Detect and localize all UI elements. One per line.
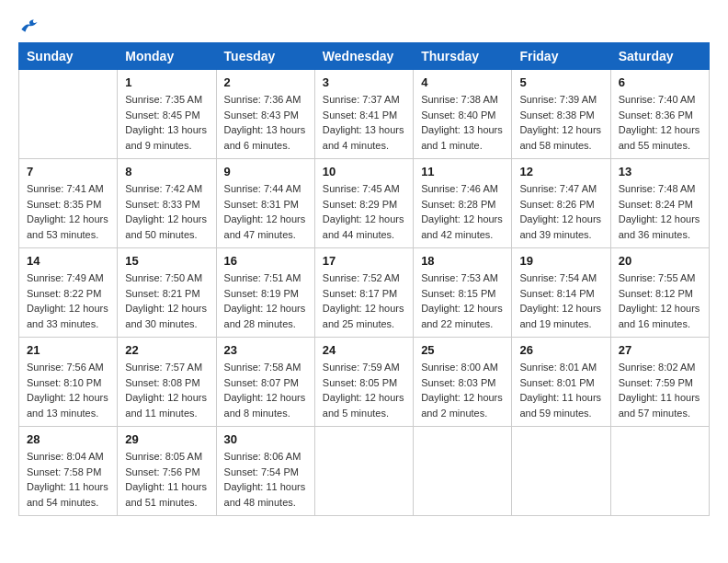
logo-bird-icon (20, 18, 39, 33)
day-cell: 12Sunrise: 7:47 AM Sunset: 8:26 PM Dayli… (512, 159, 610, 248)
day-cell (414, 427, 512, 516)
day-number: 24 (323, 343, 405, 357)
day-number: 23 (224, 343, 307, 357)
header-cell-saturday: Saturday (610, 43, 709, 70)
day-info: Sunrise: 7:45 AM Sunset: 8:29 PM Dayligh… (323, 181, 405, 242)
day-cell: 17Sunrise: 7:52 AM Sunset: 8:17 PM Dayli… (314, 248, 413, 338)
day-cell: 16Sunrise: 7:51 AM Sunset: 8:19 PM Dayli… (216, 248, 314, 338)
calendar-table: SundayMondayTuesdayWednesdayThursdayFrid… (18, 42, 710, 516)
day-cell: 25Sunrise: 8:00 AM Sunset: 8:03 PM Dayli… (414, 338, 512, 427)
day-cell: 15Sunrise: 7:50 AM Sunset: 8:21 PM Dayli… (118, 248, 216, 338)
day-cell: 27Sunrise: 8:02 AM Sunset: 7:59 PM Dayli… (610, 338, 709, 427)
day-info: Sunrise: 8:06 AM Sunset: 7:54 PM Dayligh… (224, 449, 307, 510)
day-number: 25 (421, 343, 504, 357)
day-cell: 23Sunrise: 7:58 AM Sunset: 8:07 PM Dayli… (216, 338, 314, 427)
header-cell-wednesday: Wednesday (314, 43, 413, 70)
day-cell: 9Sunrise: 7:44 AM Sunset: 8:31 PM Daylig… (216, 159, 314, 248)
day-number: 10 (323, 165, 405, 178)
day-info: Sunrise: 7:48 AM Sunset: 8:24 PM Dayligh… (619, 181, 701, 242)
day-cell: 11Sunrise: 7:46 AM Sunset: 8:28 PM Dayli… (414, 159, 512, 248)
day-info: Sunrise: 7:49 AM Sunset: 8:22 PM Dayligh… (27, 270, 109, 331)
day-number: 6 (619, 75, 701, 89)
day-info: Sunrise: 7:46 AM Sunset: 8:28 PM Dayligh… (421, 181, 504, 242)
day-number: 21 (27, 343, 109, 357)
day-number: 9 (224, 165, 307, 178)
day-number: 17 (323, 254, 405, 268)
day-info: Sunrise: 7:58 AM Sunset: 8:07 PM Dayligh… (224, 360, 307, 420)
day-cell: 2Sunrise: 7:36 AM Sunset: 8:43 PM Daylig… (216, 70, 314, 159)
day-number: 7 (27, 165, 109, 178)
day-cell: 4Sunrise: 7:38 AM Sunset: 8:40 PM Daylig… (414, 70, 512, 159)
day-info: Sunrise: 8:02 AM Sunset: 7:59 PM Dayligh… (619, 360, 701, 420)
day-cell (610, 427, 709, 516)
day-info: Sunrise: 7:39 AM Sunset: 8:38 PM Dayligh… (519, 92, 602, 153)
day-info: Sunrise: 7:53 AM Sunset: 8:15 PM Dayligh… (421, 270, 504, 331)
day-cell: 21Sunrise: 7:56 AM Sunset: 8:10 PM Dayli… (19, 338, 118, 427)
day-cell: 7Sunrise: 7:41 AM Sunset: 8:35 PM Daylig… (19, 159, 118, 248)
header-cell-sunday: Sunday (19, 43, 118, 70)
day-number: 26 (519, 343, 602, 357)
day-info: Sunrise: 7:59 AM Sunset: 8:05 PM Dayligh… (323, 360, 405, 420)
day-cell: 29Sunrise: 8:05 AM Sunset: 7:56 PM Dayli… (118, 427, 216, 516)
day-cell: 24Sunrise: 7:59 AM Sunset: 8:05 PM Dayli… (314, 338, 413, 427)
day-number: 8 (125, 165, 208, 178)
day-info: Sunrise: 7:38 AM Sunset: 8:40 PM Dayligh… (421, 92, 504, 153)
header-cell-tuesday: Tuesday (216, 43, 314, 70)
day-info: Sunrise: 7:41 AM Sunset: 8:35 PM Dayligh… (27, 181, 109, 242)
header-cell-monday: Monday (118, 43, 216, 70)
day-cell: 14Sunrise: 7:49 AM Sunset: 8:22 PM Dayli… (19, 248, 118, 338)
day-number: 2 (224, 75, 307, 89)
header-row: SundayMondayTuesdayWednesdayThursdayFrid… (19, 43, 710, 70)
header-cell-friday: Friday (512, 43, 610, 70)
day-number: 30 (224, 432, 307, 446)
day-number: 19 (519, 254, 602, 268)
day-number: 12 (519, 165, 602, 178)
day-cell: 30Sunrise: 8:06 AM Sunset: 7:54 PM Dayli… (216, 427, 314, 516)
day-number: 16 (224, 254, 307, 268)
day-info: Sunrise: 7:51 AM Sunset: 8:19 PM Dayligh… (224, 270, 307, 331)
day-info: Sunrise: 8:01 AM Sunset: 8:01 PM Dayligh… (519, 360, 602, 420)
day-cell: 5Sunrise: 7:39 AM Sunset: 8:38 PM Daylig… (512, 70, 610, 159)
day-number: 1 (125, 75, 208, 89)
day-info: Sunrise: 7:55 AM Sunset: 8:12 PM Dayligh… (619, 270, 701, 331)
day-number: 3 (323, 75, 405, 89)
day-cell: 20Sunrise: 7:55 AM Sunset: 8:12 PM Dayli… (610, 248, 709, 338)
week-row-5: 28Sunrise: 8:04 AM Sunset: 7:58 PM Dayli… (19, 427, 710, 516)
day-cell: 10Sunrise: 7:45 AM Sunset: 8:29 PM Dayli… (314, 159, 413, 248)
day-info: Sunrise: 7:42 AM Sunset: 8:33 PM Dayligh… (125, 181, 208, 242)
day-number: 20 (619, 254, 701, 268)
day-number: 5 (519, 75, 602, 89)
day-cell (19, 70, 118, 159)
day-cell: 28Sunrise: 8:04 AM Sunset: 7:58 PM Dayli… (19, 427, 118, 516)
calendar-body: 1Sunrise: 7:35 AM Sunset: 8:45 PM Daylig… (19, 70, 710, 516)
day-cell: 1Sunrise: 7:35 AM Sunset: 8:45 PM Daylig… (118, 70, 216, 159)
day-cell: 26Sunrise: 8:01 AM Sunset: 8:01 PM Dayli… (512, 338, 610, 427)
week-row-2: 7Sunrise: 7:41 AM Sunset: 8:35 PM Daylig… (19, 159, 710, 248)
day-number: 18 (421, 254, 504, 268)
day-info: Sunrise: 7:54 AM Sunset: 8:14 PM Dayligh… (519, 270, 602, 331)
day-info: Sunrise: 7:44 AM Sunset: 8:31 PM Dayligh… (224, 181, 307, 242)
day-cell: 18Sunrise: 7:53 AM Sunset: 8:15 PM Dayli… (414, 248, 512, 338)
day-info: Sunrise: 7:57 AM Sunset: 8:08 PM Dayligh… (125, 360, 208, 420)
day-number: 29 (125, 432, 208, 446)
day-number: 27 (619, 343, 701, 357)
day-number: 4 (421, 75, 504, 89)
day-info: Sunrise: 7:47 AM Sunset: 8:26 PM Dayligh… (519, 181, 602, 242)
day-cell (512, 427, 610, 516)
day-number: 11 (421, 165, 504, 178)
day-info: Sunrise: 7:36 AM Sunset: 8:43 PM Dayligh… (224, 92, 307, 153)
day-cell: 22Sunrise: 7:57 AM Sunset: 8:08 PM Dayli… (118, 338, 216, 427)
day-cell: 6Sunrise: 7:40 AM Sunset: 8:36 PM Daylig… (610, 70, 709, 159)
day-info: Sunrise: 8:05 AM Sunset: 7:56 PM Dayligh… (125, 449, 208, 510)
day-info: Sunrise: 8:04 AM Sunset: 7:58 PM Dayligh… (27, 449, 109, 510)
day-info: Sunrise: 7:40 AM Sunset: 8:36 PM Dayligh… (619, 92, 701, 153)
day-number: 22 (125, 343, 208, 357)
day-info: Sunrise: 7:56 AM Sunset: 8:10 PM Dayligh… (27, 360, 109, 420)
day-info: Sunrise: 7:37 AM Sunset: 8:41 PM Dayligh… (323, 92, 405, 153)
page-header (18, 18, 710, 33)
day-cell (314, 427, 413, 516)
day-info: Sunrise: 7:35 AM Sunset: 8:45 PM Dayligh… (125, 92, 208, 153)
week-row-1: 1Sunrise: 7:35 AM Sunset: 8:45 PM Daylig… (19, 70, 710, 159)
day-info: Sunrise: 7:52 AM Sunset: 8:17 PM Dayligh… (323, 270, 405, 331)
week-row-4: 21Sunrise: 7:56 AM Sunset: 8:10 PM Dayli… (19, 338, 710, 427)
